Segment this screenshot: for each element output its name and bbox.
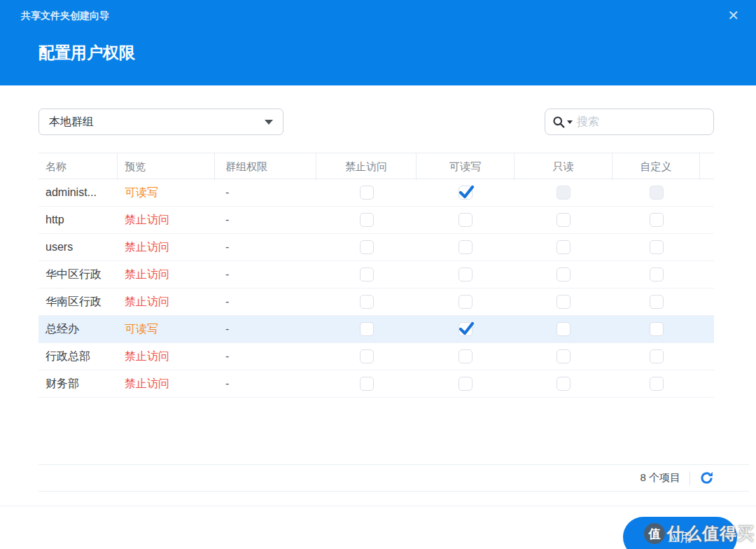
- permission-preview: 禁止访问: [118, 267, 215, 282]
- checkbox-cell: [514, 207, 612, 233]
- table-row[interactable]: 总经办可读写-: [38, 316, 714, 343]
- checkbox-read-only[interactable]: [556, 213, 570, 227]
- refresh-button[interactable]: [699, 471, 714, 485]
- checkbox-no-access[interactable]: [360, 240, 374, 254]
- checkbox-read-write[interactable]: [458, 349, 472, 363]
- checkbox-custom[interactable]: [650, 322, 664, 336]
- checkbox-read-write[interactable]: [458, 377, 472, 391]
- column-header[interactable]: 名称: [38, 153, 118, 180]
- checkbox-read-only[interactable]: [556, 377, 570, 391]
- checkbox-read-only[interactable]: [556, 240, 570, 254]
- checkbox-cell: [416, 261, 514, 288]
- group-permission: -: [215, 296, 316, 308]
- checkbox-read-only: [556, 186, 570, 200]
- checkbox-cell: [514, 234, 612, 260]
- column-header[interactable]: 只读: [514, 153, 612, 180]
- checkbox-cell: [612, 343, 700, 370]
- checkbox-cell: [612, 370, 700, 397]
- column-header-spacer: [700, 153, 714, 180]
- close-icon[interactable]: ✕: [727, 6, 739, 25]
- checkbox-read-write[interactable]: [458, 213, 472, 227]
- table-row[interactable]: 财务部禁止访问-: [38, 370, 714, 398]
- table-row[interactable]: 华南区行政禁止访问-: [38, 289, 714, 316]
- footer-separator: [0, 506, 756, 506]
- checkbox-custom[interactable]: [650, 349, 664, 363]
- group-permission: -: [215, 241, 316, 253]
- table-row[interactable]: users禁止访问-: [38, 234, 714, 261]
- permission-preview: 可读写: [118, 186, 215, 200]
- checkbox-read-write[interactable]: [458, 186, 472, 200]
- checkbox-no-access[interactable]: [360, 295, 374, 309]
- column-header[interactable]: 群组权限: [215, 153, 316, 180]
- dialog-content: 本地群组 名称预览群组权限禁止访问可读写只读自定义administ...可读写-…: [38, 109, 714, 506]
- checkbox-cell: [316, 289, 416, 315]
- table-row[interactable]: http禁止访问-: [38, 207, 714, 234]
- checkbox-cell: [316, 207, 416, 233]
- checkbox-no-access[interactable]: [360, 349, 374, 363]
- checkbox-no-access[interactable]: [360, 267, 374, 282]
- checkbox-read-write[interactable]: [458, 295, 472, 309]
- group-type-dropdown[interactable]: 本地群组: [38, 109, 284, 135]
- checkbox-read-write[interactable]: [458, 267, 472, 282]
- checkbox-cell: [416, 343, 514, 370]
- checkbox-no-access[interactable]: [360, 377, 374, 391]
- table-row[interactable]: 行政总部禁止访问-: [38, 343, 714, 370]
- step-title: 配置用户权限: [38, 42, 135, 64]
- dialog-titlebar: 共享文件夹创建向导 ✕ 配置用户权限: [0, 0, 756, 85]
- group-permission: -: [215, 377, 316, 390]
- checkbox-cell: [612, 207, 700, 233]
- chevron-down-icon[interactable]: [567, 120, 573, 124]
- group-name: 财务部: [38, 377, 118, 391]
- checkbox-no-access[interactable]: [360, 322, 374, 336]
- column-header[interactable]: 预览: [118, 153, 215, 180]
- checkbox-cell: [416, 370, 514, 397]
- group-name: 华中区行政: [38, 267, 118, 282]
- checkbox-cell: [612, 234, 700, 260]
- group-permission: -: [215, 350, 316, 363]
- checkbox-custom[interactable]: [650, 267, 664, 282]
- group-permission: -: [215, 268, 316, 281]
- group-name: http: [38, 214, 118, 226]
- checkbox-custom[interactable]: [650, 377, 664, 391]
- permissions-table: 名称预览群组权限禁止访问可读写只读自定义administ...可读写-http禁…: [38, 153, 714, 398]
- checkbox-no-access[interactable]: [360, 186, 374, 200]
- group-type-value: 本地群组: [49, 115, 265, 130]
- search-box[interactable]: [545, 109, 714, 135]
- group-permission: -: [215, 214, 316, 226]
- checkbox-read-write[interactable]: [458, 240, 472, 254]
- checkbox-custom[interactable]: [650, 295, 664, 309]
- apply-button[interactable]: 应用: [623, 517, 737, 549]
- checkbox-read-only[interactable]: [556, 295, 570, 309]
- group-name: users: [38, 241, 118, 253]
- group-name: administ...: [38, 186, 118, 199]
- search-input[interactable]: [577, 116, 706, 128]
- checkbox-cell: [416, 234, 514, 260]
- checkbox-read-only[interactable]: [556, 322, 570, 336]
- checkbox-cell: [514, 289, 612, 315]
- checkbox-cell: [316, 370, 416, 397]
- checkbox-read-only[interactable]: [556, 267, 570, 282]
- permission-preview: 禁止访问: [118, 213, 215, 228]
- checkbox-cell: [514, 261, 612, 288]
- table-row[interactable]: 华中区行政禁止访问-: [38, 261, 714, 289]
- item-count: 8 个项目: [640, 471, 680, 485]
- column-header[interactable]: 自定义: [612, 153, 700, 180]
- footer-divider: [690, 471, 690, 485]
- group-permission: -: [215, 186, 316, 199]
- permission-preview: 禁止访问: [118, 240, 215, 255]
- column-header[interactable]: 可读写: [416, 153, 514, 180]
- checkbox-no-access[interactable]: [360, 213, 374, 227]
- group-name: 行政总部: [38, 349, 118, 364]
- checkbox-read-write[interactable]: [458, 322, 472, 336]
- column-header[interactable]: 禁止访问: [316, 153, 416, 180]
- refresh-icon: [699, 471, 714, 485]
- checkbox-cell: [612, 261, 700, 288]
- group-name: 华南区行政: [38, 295, 118, 310]
- checkbox-custom[interactable]: [650, 240, 664, 254]
- checkbox-read-only[interactable]: [556, 349, 570, 363]
- checkbox-custom[interactable]: [650, 213, 664, 227]
- checkbox-cell: [514, 343, 612, 370]
- checkbox-cell: [612, 316, 700, 342]
- table-row[interactable]: administ...可读写-: [38, 179, 714, 207]
- checkbox-cell: [316, 234, 416, 260]
